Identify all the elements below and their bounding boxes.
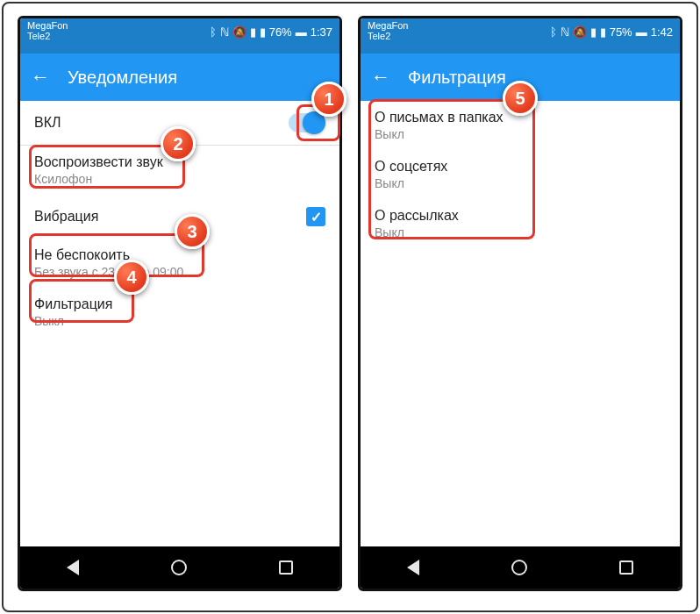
- clock: 1:37: [311, 25, 332, 39]
- settings-list: ВКЛ Воспроизвести звук Ксилофон Вибрация…: [20, 101, 339, 546]
- row-value: Ксилофон: [34, 172, 163, 186]
- toggle-switch[interactable]: [289, 113, 325, 132]
- page-title: Уведомления: [68, 68, 177, 88]
- row-value: Без звука с 23:00 до 09:00: [34, 265, 183, 279]
- carrier-1: MegaFon: [368, 20, 408, 31]
- callout-3: 3: [175, 214, 210, 249]
- android-nav-bar: [20, 546, 339, 589]
- bluetooth-icon: ᛒ: [550, 25, 557, 39]
- page-title: Фильтрация: [408, 68, 506, 88]
- row-value: Выкл: [375, 225, 459, 239]
- android-nav-bar: [361, 546, 680, 589]
- row-value: Выкл: [375, 127, 504, 141]
- row-value: Выкл: [375, 176, 447, 190]
- mute-icon: 🔕: [573, 25, 587, 39]
- nfc-icon: ℕ: [561, 25, 569, 39]
- battery-icon: ▬: [296, 25, 307, 39]
- signal-icon: ▮: [260, 25, 266, 39]
- callout-2: 2: [161, 126, 196, 161]
- row-label: О письмах в папках: [375, 110, 504, 125]
- row-social[interactable]: О соцсетях Выкл: [361, 150, 680, 199]
- nav-home-icon[interactable]: [511, 560, 527, 575]
- back-arrow-icon[interactable]: ←: [371, 66, 390, 89]
- nav-back-icon[interactable]: [407, 560, 419, 575]
- row-mailings[interactable]: О рассылках Выкл: [361, 199, 680, 248]
- row-filter[interactable]: Фильтрация Выкл: [20, 288, 339, 337]
- row-label: О рассылках: [375, 208, 459, 224]
- row-label: Не беспокоить: [34, 247, 183, 263]
- callout-1: 1: [311, 82, 346, 117]
- bluetooth-icon: ᛒ: [210, 25, 217, 39]
- clock: 1:42: [651, 25, 673, 39]
- status-bar: MegaFon Tele2 ᛒ ℕ 🔕 ▮ ▮ 75% ▬ 1:42: [361, 18, 680, 54]
- signal-icon: ▮: [250, 25, 256, 39]
- phone-notifications: MegaFon Tele2 ᛒ ℕ 🔕 ▮ ▮ 76% ▬ 1:37 ← Уве…: [18, 16, 342, 591]
- callout-4: 4: [114, 260, 149, 295]
- row-label: Вибрация: [34, 209, 98, 225]
- row-value: Выкл: [34, 314, 112, 328]
- callout-5: 5: [503, 81, 538, 116]
- signal-icon: ▮: [600, 25, 606, 39]
- back-arrow-icon[interactable]: ←: [31, 66, 50, 89]
- row-label: О соцсетях: [375, 159, 447, 175]
- carrier-2: Tele2: [27, 31, 68, 41]
- filter-list: О письмах в папках Выкл О соцсетях Выкл …: [361, 101, 680, 546]
- row-label: ВКЛ: [34, 115, 61, 131]
- nav-back-icon[interactable]: [67, 560, 79, 575]
- mute-icon: 🔕: [232, 25, 246, 39]
- nav-home-icon[interactable]: [171, 560, 187, 575]
- status-bar: MegaFon Tele2 ᛒ ℕ 🔕 ▮ ▮ 76% ▬ 1:37: [20, 18, 339, 54]
- nav-recent-icon[interactable]: [279, 560, 293, 575]
- nav-recent-icon[interactable]: [619, 560, 633, 575]
- row-label: Воспроизвести звук: [34, 154, 163, 170]
- carrier-2: Tele2: [368, 31, 408, 41]
- row-label: Фильтрация: [34, 296, 112, 312]
- nfc-icon: ℕ: [220, 25, 229, 39]
- battery-percent: 75%: [610, 25, 632, 39]
- row-dnd[interactable]: Не беспокоить Без звука с 23:00 до 09:00: [20, 239, 339, 288]
- app-bar: ← Уведомления: [20, 54, 339, 101]
- battery-icon: ▬: [636, 25, 647, 39]
- carrier-1: MegaFon: [27, 20, 68, 31]
- checkbox-checked-icon[interactable]: ✓: [306, 207, 325, 226]
- signal-icon: ▮: [590, 25, 596, 39]
- battery-percent: 76%: [269, 25, 292, 39]
